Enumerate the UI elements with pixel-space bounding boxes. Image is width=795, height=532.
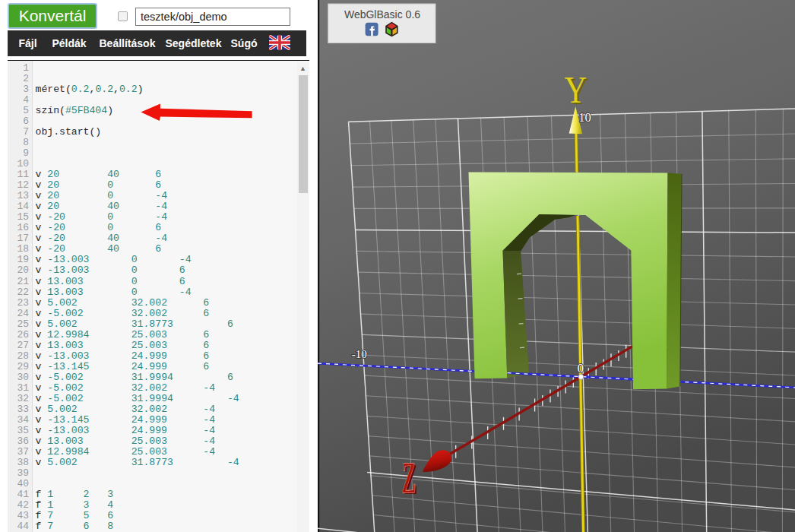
svg-text:0: 0 xyxy=(578,361,584,375)
svg-text:WebGlBasic 0.6: WebGlBasic 0.6 xyxy=(344,8,420,21)
svg-text:Y: Y xyxy=(564,68,587,111)
svg-text:10: 10 xyxy=(578,110,591,125)
svg-text:Z: Z xyxy=(402,453,416,502)
svg-text:-10: -10 xyxy=(352,348,367,360)
